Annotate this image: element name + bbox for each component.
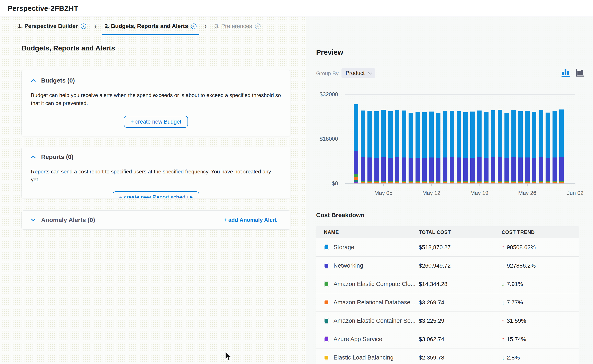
cost-trend-value: 31.59%: [507, 318, 526, 324]
cost-trend-value: 7.91%: [507, 281, 523, 287]
service-name: Elastic Load Balancing: [333, 354, 393, 361]
chevron-down-icon: [31, 218, 36, 222]
bar-segment: [457, 157, 461, 181]
bar-segment: [505, 183, 509, 183]
tab-label: 3. Preferences: [215, 23, 252, 29]
active-tab-underline: [102, 34, 199, 35]
table-header-row: NAME TOTAL COST COST TREND: [316, 226, 579, 238]
bar-segment: [388, 158, 393, 181]
bar-segment: [388, 183, 393, 183]
series-color-swatch: [324, 318, 329, 323]
info-icon[interactable]: i: [81, 24, 86, 29]
preview-title: Preview: [316, 48, 343, 56]
anomaly-card-header[interactable]: Anomaly Alerts (0): [31, 216, 95, 223]
bar-segment: [422, 158, 427, 181]
create-report-schedule-button[interactable]: + create new Report schedule: [113, 191, 199, 198]
bar-segment: [553, 183, 557, 183]
bar-segment: [436, 113, 440, 158]
info-icon[interactable]: i: [255, 24, 260, 29]
stacked-bar: [505, 113, 509, 183]
bar-segment: [470, 111, 475, 158]
stacked-bar: [457, 111, 461, 183]
bar-segment: [498, 183, 502, 183]
trend-down-arrow-icon: ↓: [502, 355, 505, 361]
bar-segment: [374, 111, 379, 158]
bar-segment: [511, 183, 516, 183]
cost-breakdown-row: Storage$518,870.27↑90508.62%: [316, 238, 579, 257]
tab-preferences[interactable]: 3. Preferences i: [212, 17, 263, 35]
bar-segment: [559, 110, 564, 157]
table-body: Storage$518,870.27↑90508.62%Networking$2…: [316, 238, 579, 364]
chevron-down-icon: [368, 70, 373, 75]
stacked-bar: [429, 111, 434, 183]
bar-segment: [470, 183, 475, 183]
chart-gridline: [345, 94, 575, 95]
bar-segment: [443, 111, 447, 157]
reports-card-header[interactable]: Reports (0): [31, 153, 281, 160]
stacked-bar: [525, 111, 530, 183]
bar-segment: [443, 183, 447, 183]
stacked-bar: [361, 110, 365, 183]
stacked-bar: [367, 111, 372, 183]
bar-segment: [374, 158, 379, 181]
stacked-bar: [546, 113, 550, 183]
service-name: Amazon Relational Database...: [333, 299, 415, 306]
tab-label: 2. Budgets, Reports and Alerts: [105, 23, 188, 29]
bar-segment: [381, 157, 386, 181]
bar-segment: [491, 110, 495, 157]
column-header-total-cost: TOTAL COST: [419, 229, 502, 235]
bar-segment: [491, 157, 495, 181]
bar-segment: [422, 183, 427, 183]
anomaly-alerts-card: Anomaly Alerts (0) + add Anomaly Alert: [21, 210, 290, 230]
stacked-bar: [388, 111, 393, 183]
total-cost-value: $14,344.28: [419, 281, 447, 287]
bar-chart-icon[interactable]: [561, 68, 571, 78]
tab-perspective-builder[interactable]: 1. Perspective Builder i: [15, 17, 89, 35]
tab-budgets-reports-alerts[interactable]: 2. Budgets, Reports and Alerts i: [102, 17, 199, 35]
preview-panel: Preview Group By Product: [306, 17, 593, 364]
bar-segment: [505, 158, 509, 181]
x-axis-tick-mark: [575, 183, 575, 186]
x-axis-tick-mark: [527, 183, 527, 186]
bar-segment: [525, 157, 530, 181]
budgets-card: Budgets (0) Budget can help you receive …: [21, 70, 290, 136]
service-name: Amazon Elastic Compute Clo...: [333, 281, 415, 287]
bar-segment: [436, 183, 440, 183]
stacked-bar-chart: $0$16000$32000May 05May 12May 19May 26Ju…: [345, 91, 575, 183]
bar-segment: [422, 112, 427, 158]
series-color-swatch: [324, 263, 329, 268]
budgets-card-header[interactable]: Budgets (0): [31, 77, 281, 84]
column-header-name: NAME: [316, 229, 419, 235]
cost-breakdown-row: Amazon Relational Database...$3,269.74↓7…: [316, 293, 579, 312]
reports-card: Reports (0) Reports can send a cost repo…: [21, 147, 290, 198]
x-axis-tick-label: May 19: [470, 190, 488, 196]
total-cost-value: $2,359.78: [419, 354, 444, 361]
bar-segment: [354, 174, 358, 177]
bar-segment: [539, 183, 543, 183]
bar-segment: [367, 111, 372, 157]
reports-card-title: Reports (0): [41, 153, 73, 160]
bar-segment: [539, 157, 543, 181]
left-panel: 1. Perspective Builder i › 2. Budgets, R…: [0, 17, 306, 364]
x-axis-tick-mark: [383, 183, 384, 186]
service-name: Azure App Service: [333, 336, 382, 343]
bar-segment: [539, 110, 543, 157]
area-chart-icon[interactable]: [575, 68, 584, 78]
x-axis-tick-mark: [479, 183, 480, 186]
bar-segment: [354, 183, 358, 183]
window-header: Perspective-2FBZHT: [0, 0, 593, 17]
bar-segment: [463, 183, 468, 183]
stacked-bar: [463, 112, 468, 183]
cost-breakdown-row: Azure App Service$3,062.74↑15.74%: [316, 330, 579, 349]
stacked-bar: [409, 113, 413, 183]
x-axis-tick-label: Jun 02: [567, 190, 583, 196]
bar-segment: [395, 183, 399, 183]
bar-segment: [450, 157, 454, 181]
series-color-swatch: [324, 245, 329, 250]
section-heading: Budgets, Reports and Alerts: [21, 44, 115, 52]
info-icon[interactable]: i: [191, 24, 197, 29]
bar-segment: [559, 183, 564, 183]
add-anomaly-alert-link[interactable]: + add Anomaly Alert: [224, 217, 277, 223]
group-by-select[interactable]: Product: [341, 68, 375, 78]
create-budget-button[interactable]: + create new Budget: [124, 116, 188, 128]
